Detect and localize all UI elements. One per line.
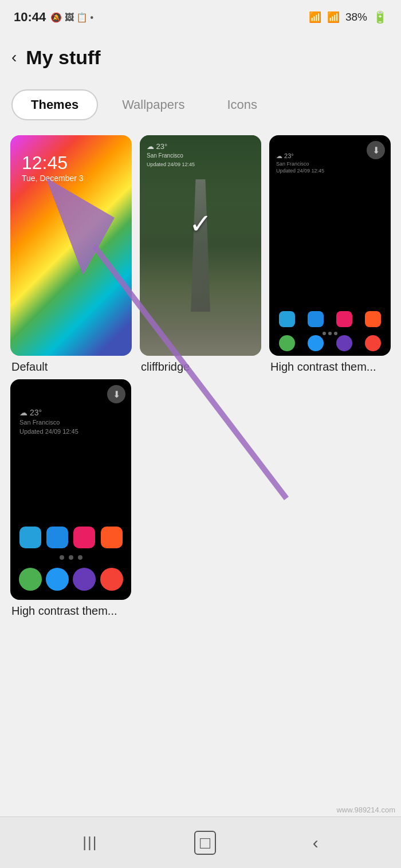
wifi-icon: 📶	[309, 11, 321, 23]
back-button[interactable]: ‹	[11, 48, 17, 66]
theme-preview-default: 12:45 Tue, December 3	[10, 135, 132, 356]
page-title: My stuff	[26, 46, 100, 69]
battery-icon: 🔋	[373, 10, 387, 24]
theme-label-cliffbridge: cliffbridge	[140, 360, 261, 374]
tab-bar: Themes Wallpapers Icons	[0, 80, 401, 129]
themes-grid-bottom: ⬇ ☁ 23°San FranciscoUpdated 24/09 12:45 …	[0, 379, 401, 629]
battery-display: 38%	[345, 11, 367, 23]
status-icons: 🔕 🖼 📋 •	[50, 12, 93, 23]
theme-item-default[interactable]: 12:45 Tue, December 3 Default	[10, 135, 132, 374]
tab-wallpapers[interactable]: Wallpapers	[104, 91, 203, 119]
watermark: www.989214.com	[336, 806, 395, 814]
theme-preview-cliffbridge: ☁ 23°San FranciscoUpdated 24/09 12:45 ✓	[140, 135, 261, 356]
theme-clock: 12:45 Tue, December 3	[22, 152, 84, 183]
theme-preview-hc1: ⬇ ☁ 23°San FranciscoUpdated 24/09 12:45	[269, 135, 391, 356]
nav-home-icon[interactable]: □	[194, 831, 216, 855]
theme-item-cliffbridge[interactable]: ☁ 23°San FranciscoUpdated 24/09 12:45 ✓ …	[140, 135, 261, 374]
theme-label-hc1: High contrast them...	[269, 360, 391, 374]
theme-item-hc1[interactable]: ⬇ ☁ 23°San FranciscoUpdated 24/09 12:45	[269, 135, 391, 374]
theme-label-hc2: High contrast them...	[10, 604, 131, 618]
download-badge: ⬇	[367, 141, 385, 159]
nav-back-icon[interactable]: ‹	[313, 833, 319, 853]
selected-checkmark: ✓	[189, 207, 212, 239]
tab-icons[interactable]: Icons	[209, 91, 276, 119]
theme-item-hc2[interactable]: ⬇ ☁ 23°San FranciscoUpdated 24/09 12:45 …	[10, 379, 131, 617]
themes-grid: 12:45 Tue, December 3 Default ☁ 23°San F…	[0, 129, 401, 379]
nav-bar: ||| □ ‹	[0, 816, 401, 868]
page-header: ‹ My stuff	[0, 34, 401, 80]
status-time: 10:44 🔕 🖼 📋 •	[14, 10, 93, 25]
theme-thumbnail-hc2[interactable]: ⬇ ☁ 23°San FranciscoUpdated 24/09 12:45	[10, 379, 131, 599]
theme-thumbnail-cliffbridge[interactable]: ☁ 23°San FranciscoUpdated 24/09 12:45 ✓	[140, 135, 261, 356]
nav-menu-icon[interactable]: |||	[82, 834, 97, 851]
theme-label-default: Default	[10, 360, 132, 374]
theme-thumbnail-hc1[interactable]: ⬇ ☁ 23°San FranciscoUpdated 24/09 12:45	[269, 135, 391, 356]
download-badge-2: ⬇	[107, 385, 125, 403]
tab-themes[interactable]: Themes	[11, 89, 98, 120]
status-bar: 10:44 🔕 🖼 📋 • 📶 📶 38% 🔋	[0, 0, 401, 34]
theme-thumbnail-default[interactable]: 12:45 Tue, December 3	[10, 135, 132, 356]
status-right: 📶 📶 38% 🔋	[309, 10, 387, 24]
time-display: 10:44	[14, 10, 46, 25]
signal-icon: 📶	[327, 11, 340, 23]
